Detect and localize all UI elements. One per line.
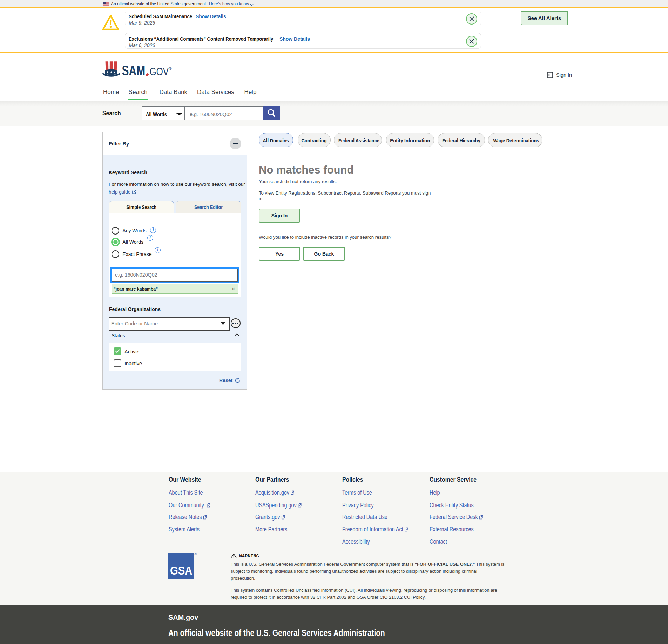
svg-text:SAM: SAM xyxy=(122,62,146,78)
svg-text:®: ® xyxy=(169,67,172,70)
svg-text:GOV: GOV xyxy=(150,65,169,78)
